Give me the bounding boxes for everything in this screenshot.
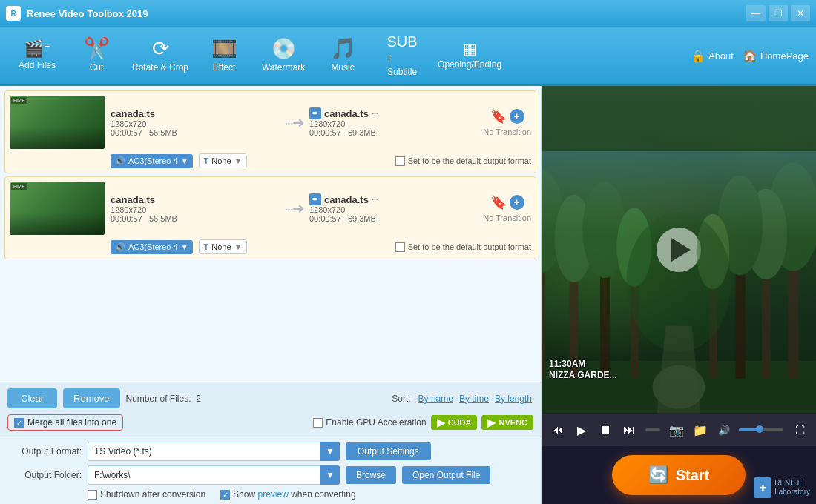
- folder-button[interactable]: 📁: [690, 420, 711, 440]
- file-info: canada.ts 1280x720 00:00:57 56.5MB: [111, 194, 278, 223]
- file-output-meta: 1280x720: [309, 205, 477, 214]
- transition-area: 🔖 + No Transition: [483, 108, 531, 136]
- remove-button[interactable]: Remove: [63, 388, 119, 408]
- toolbar-rotate-crop-label: Rotate & Crop: [132, 62, 188, 73]
- subtitle-select[interactable]: T None ▼: [199, 239, 248, 254]
- progress-bar[interactable]: [645, 428, 660, 431]
- stop-button[interactable]: ⏹: [595, 420, 616, 440]
- app-logo: R: [6, 6, 21, 21]
- file-duration-size: 00:00:57 56.5MB: [111, 214, 278, 223]
- audio-icon: 🔊: [115, 156, 125, 166]
- opening-ending-icon: ▦: [463, 42, 477, 56]
- file-output-duration: 00:00:57 69.3MB: [309, 214, 477, 223]
- minimize-button[interactable]: —: [746, 5, 766, 21]
- subtitle-select[interactable]: T None ▼: [199, 153, 248, 168]
- sort-label: Sort:: [392, 394, 410, 404]
- volume-thumb: [756, 425, 763, 433]
- fullscreen-button[interactable]: ⛶: [789, 420, 810, 440]
- cut-icon: ✂️: [84, 39, 110, 59]
- file-name: canada.ts: [111, 108, 278, 119]
- output-format-row: Output Format: TS Video (*.ts) ▼ Output …: [7, 442, 533, 461]
- audio-dropdown-arrow: ▼: [181, 243, 188, 251]
- output-format-select[interactable]: TS Video (*.ts): [88, 442, 340, 461]
- close-button[interactable]: ✕: [791, 5, 810, 21]
- home-icon: 🏠: [743, 49, 757, 63]
- enable-gpu-checkbox[interactable]: [313, 418, 323, 428]
- clear-button[interactable]: Clear: [7, 388, 57, 408]
- file-thumbnail: HIZE: [10, 96, 105, 149]
- file-output-duration: 00:00:57 69.3MB: [309, 128, 477, 137]
- cuda-label: CUDA: [448, 418, 472, 427]
- audio-select[interactable]: 🔊 AC3(Stereo 4 ▼: [111, 154, 193, 168]
- shutdown-row: Shutdown after conversion ✓ Show preview…: [7, 489, 533, 500]
- file-item-controls: 🔊 AC3(Stereo 4 ▼ T None ▼ Set to be the …: [10, 239, 531, 254]
- toolbar-opening-ending-label: Opening/Ending: [438, 59, 501, 70]
- file-info: canada.ts 1280x720 00:00:57 56.5MB: [111, 108, 278, 137]
- file-output-name: ✏ canada.ts ···: [309, 193, 477, 205]
- set-default-label: Set to be the default output format: [408, 156, 531, 165]
- titlebar: R Renee Video Toolbox 2019 — ❐ ✕: [0, 0, 816, 27]
- volume-icon-button[interactable]: 🔊: [714, 420, 734, 440]
- restore-button[interactable]: ❐: [769, 5, 788, 21]
- add-button[interactable]: +: [510, 195, 524, 210]
- add-files-icon: 🎬+: [24, 41, 50, 57]
- sort-by-time-button[interactable]: By time: [458, 394, 490, 404]
- homepage-button[interactable]: 🏠 HomePage: [743, 49, 809, 63]
- show-preview-checkbox[interactable]: ✓: [220, 490, 230, 500]
- cuda-badge: ▶ CUDA: [431, 415, 478, 430]
- app-title: Renee Video Toolbox 2019: [27, 8, 746, 19]
- toolbar-add-files[interactable]: 🎬+ Add Files: [7, 30, 67, 82]
- toolbar-cut-label: Cut: [90, 62, 104, 73]
- browse-button[interactable]: Browse: [346, 466, 396, 484]
- preview-link[interactable]: preview: [257, 489, 288, 500]
- set-default-label-text: Set to be the default output format: [408, 242, 531, 251]
- play-pause-button[interactable]: ▶: [571, 420, 592, 440]
- start-button[interactable]: 🔄 Start: [612, 455, 746, 495]
- output-folder-arrow[interactable]: ▼: [320, 465, 340, 485]
- toolbar-subtitle[interactable]: SUBT Subtitle: [372, 30, 432, 82]
- toolbar-watermark[interactable]: 💿 Watermark: [254, 30, 313, 82]
- lock-icon: 🔒: [691, 49, 705, 63]
- set-default-checkbox[interactable]: [395, 156, 405, 166]
- bottom-bar-row1: Clear Remove Number of Files: 2 Sort: By…: [7, 388, 533, 408]
- subtitle-t-icon: T: [204, 242, 209, 251]
- renee-logo-icon: ✚: [754, 477, 771, 498]
- output-format-label: Output Format:: [7, 446, 82, 457]
- skip-forward-button[interactable]: ⏭: [619, 420, 639, 440]
- video-preview: 11:30AM NIZZA GARDE...: [542, 86, 816, 414]
- start-icon: 🔄: [648, 465, 668, 485]
- shutdown-checkbox[interactable]: [88, 490, 97, 500]
- about-button[interactable]: 🔒 About: [691, 49, 734, 63]
- merge-checkbox[interactable]: ✓: [14, 418, 24, 428]
- audio-label: AC3(Stereo 4: [128, 156, 178, 165]
- add-button[interactable]: +: [510, 109, 524, 124]
- skip-back-button[interactable]: ⏮: [547, 420, 568, 440]
- toolbar-rotate-crop[interactable]: ⟳ Rotate & Crop: [126, 30, 194, 82]
- toolbar-music[interactable]: 🎵 Music: [313, 30, 372, 82]
- nvidia-nvenc-icon: ▶: [487, 417, 496, 428]
- output-folder-select-container: F:\works\ ▼: [88, 465, 340, 485]
- file-meta: 1280x720: [111, 205, 278, 214]
- open-output-button[interactable]: Open Output File: [402, 466, 490, 484]
- output-settings-button[interactable]: Output Settings: [346, 442, 431, 460]
- audio-select[interactable]: 🔊 AC3(Stereo 4 ▼: [111, 240, 193, 254]
- edit-icon[interactable]: ✏: [309, 193, 321, 205]
- file-item: HIZE canada.ts 1280x720 00:00:57 56.5MB …: [4, 90, 536, 173]
- toolbar-cut[interactable]: ✂️ Cut: [67, 30, 126, 82]
- file-item: HIZE canada.ts 1280x720 00:00:57 56.5MB …: [4, 176, 536, 259]
- toolbar-opening-ending[interactable]: ▦ Opening/Ending: [432, 30, 507, 82]
- shutdown-label: Shutdown after conversion: [88, 489, 205, 500]
- sort-by-name-button[interactable]: By name: [417, 394, 455, 404]
- file-item-top: HIZE canada.ts 1280x720 00:00:57 56.5MB …: [10, 182, 531, 235]
- set-default-checkbox[interactable]: [395, 242, 405, 252]
- subtitle-dropdown-arrow: ▼: [234, 242, 243, 251]
- volume-bar[interactable]: [739, 428, 783, 431]
- sort-buttons: By name By time By length: [417, 394, 533, 404]
- output-folder-input[interactable]: F:\works\: [88, 465, 340, 485]
- edit-icon[interactable]: ✏: [309, 107, 321, 119]
- output-format-arrow[interactable]: ▼: [320, 442, 340, 461]
- file-duration-size: 00:00:57 56.5MB: [111, 128, 278, 137]
- sort-by-length-button[interactable]: By length: [493, 394, 533, 404]
- toolbar-effect[interactable]: 🎞️ Effect: [194, 30, 254, 82]
- screenshot-button[interactable]: 📷: [666, 420, 687, 440]
